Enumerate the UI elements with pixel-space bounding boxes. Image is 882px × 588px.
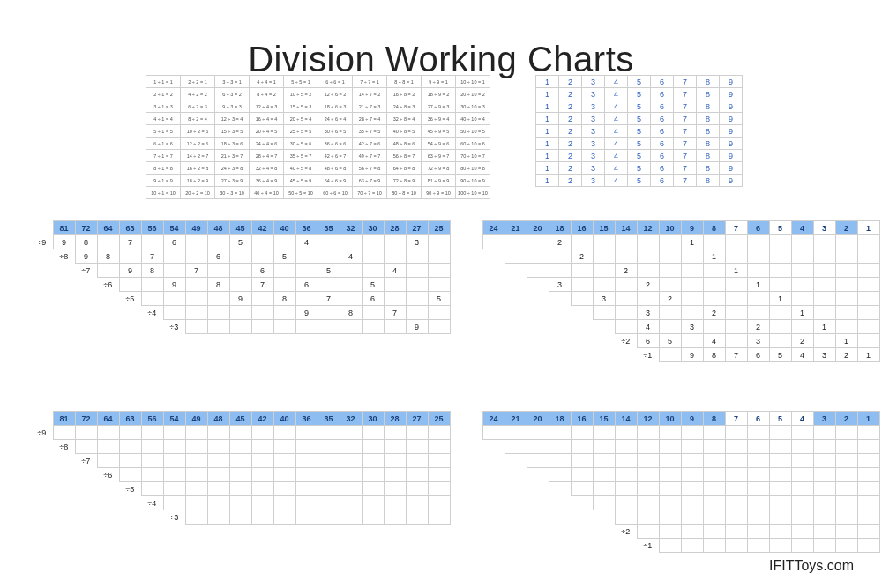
cell: 35: [318, 412, 340, 426]
cell: 5: [769, 348, 791, 362]
cell: [482, 440, 505, 454]
cell: [725, 454, 747, 468]
cell: [681, 292, 703, 306]
cell: 6: [651, 138, 674, 150]
cell: [460, 454, 482, 468]
cell: [229, 306, 251, 320]
cell: [857, 539, 879, 553]
cell: [75, 482, 97, 496]
cell: [251, 426, 273, 440]
cell: 1 ÷ 1 = 1: [146, 76, 181, 88]
cell: 8: [75, 235, 97, 249]
cell: [141, 510, 163, 525]
cell: [340, 468, 362, 482]
cell: 1: [536, 76, 559, 88]
cell: [681, 249, 703, 264]
cell: [703, 468, 725, 482]
cell: 1: [536, 175, 559, 187]
cell: [659, 510, 681, 525]
cell: [273, 454, 295, 468]
cell: [384, 249, 406, 264]
cell: 2: [835, 412, 857, 426]
cell: 16 ÷ 4 = 4: [250, 113, 284, 125]
cell: 14: [615, 412, 637, 426]
cell: [207, 510, 229, 525]
cell: 10 ÷ 10 = 1: [456, 76, 490, 88]
cell: [681, 496, 703, 510]
cell: 4: [791, 412, 813, 426]
cell: [857, 468, 879, 482]
cell: [549, 496, 571, 510]
cell: 4 ÷ 4 = 1: [250, 76, 284, 88]
cell: [229, 264, 251, 278]
cell: [615, 235, 637, 249]
cell: 4: [605, 88, 628, 100]
cell: 28: [384, 221, 406, 235]
cell: 32 ÷ 8 = 4: [387, 113, 422, 125]
cell: 9: [720, 100, 743, 113]
cell: [31, 264, 53, 278]
cell: 54: [163, 412, 185, 426]
cell: [703, 525, 725, 539]
cell: [318, 249, 340, 264]
cell: 3: [582, 162, 605, 175]
cell: [769, 278, 791, 292]
chart-5: 817264635654494845424036353230282725÷9÷8…: [31, 411, 451, 525]
cell: [659, 454, 681, 468]
cell: [747, 510, 769, 525]
cell: [659, 278, 681, 292]
chart-3: 817264635654494845424036353230282725÷998…: [31, 220, 451, 334]
cell: [703, 482, 725, 496]
cell: [384, 235, 406, 249]
cell: [835, 292, 857, 306]
cell: [31, 412, 53, 426]
cell: [362, 235, 384, 249]
cell: 30 ÷ 10 = 3: [456, 100, 490, 113]
cell: [681, 306, 703, 320]
cell: [53, 306, 75, 320]
cell: [251, 440, 273, 454]
cell: 8: [697, 150, 720, 162]
cell: 18 ÷ 9 = 2: [422, 88, 456, 100]
cell: [549, 348, 571, 362]
cell: [340, 440, 362, 454]
cell: 27 ÷ 3 = 9: [215, 175, 250, 187]
cell: [273, 482, 295, 496]
cell: 6: [651, 162, 674, 175]
cell: [207, 468, 229, 482]
cell: [747, 440, 769, 454]
cell: [482, 468, 505, 482]
cell: 15: [593, 221, 615, 235]
cell: 6: [651, 125, 674, 138]
cell: 8: [697, 100, 720, 113]
cell: [747, 292, 769, 306]
cell: [505, 249, 527, 264]
cell: [549, 334, 571, 348]
cell: [53, 482, 75, 496]
cell: [406, 426, 428, 440]
cell: [747, 539, 769, 553]
cell: [229, 249, 251, 264]
cell: 21: [505, 221, 527, 235]
cell: [53, 292, 75, 306]
cell: 5: [769, 221, 791, 235]
cell: [31, 510, 53, 525]
cell: 27 ÷ 9 = 3: [422, 100, 456, 113]
cell: 7: [384, 306, 406, 320]
cell: 5: [628, 113, 651, 125]
cell: 9: [119, 264, 141, 278]
cell: 20: [527, 412, 549, 426]
cell: [482, 426, 505, 440]
cell: [527, 306, 549, 320]
cell: [318, 496, 340, 510]
cell: [527, 525, 549, 539]
cell: 8 ÷ 1 = 8: [146, 162, 181, 175]
cell: [571, 468, 593, 482]
cell: 40: [273, 221, 295, 235]
cell: [428, 278, 450, 292]
cell: [460, 510, 482, 525]
cell: [505, 320, 527, 334]
cell: 32 ÷ 4 = 8: [250, 162, 284, 175]
cell: [791, 292, 813, 306]
cell: 81: [53, 221, 75, 235]
